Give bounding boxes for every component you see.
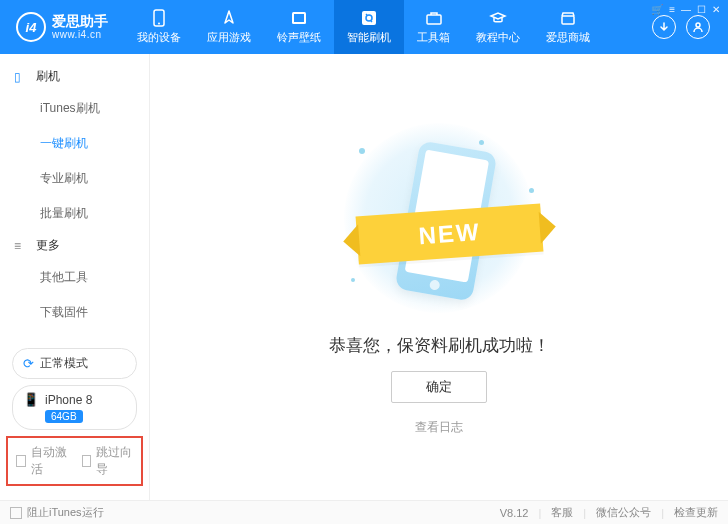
chk-label: 自动激活 [31, 444, 68, 478]
nav-label: 应用游戏 [207, 30, 251, 45]
toolbox-icon [425, 9, 443, 27]
sidebar-section-flash[interactable]: ▯ 刷机 [0, 62, 149, 91]
brand-logo[interactable]: i4 爱思助手 www.i4.cn [6, 12, 118, 42]
svg-rect-6 [562, 16, 574, 24]
close-icon[interactable]: ✕ [712, 4, 720, 15]
checkbox-icon [16, 455, 26, 467]
phone-icon [150, 9, 168, 27]
chk-block-itunes[interactable]: 阻止iTunes运行 [10, 505, 104, 520]
menu-icon[interactable]: ≡ [669, 4, 675, 15]
sidebar-item-itunes-flash[interactable]: iTunes刷机 [0, 91, 149, 126]
chk-label: 跳过向导 [96, 444, 133, 478]
cap-icon [489, 9, 507, 27]
separator: | [583, 507, 586, 519]
nav-label: 铃声壁纸 [277, 30, 321, 45]
chk-label: 阻止iTunes运行 [27, 505, 104, 520]
separator: | [538, 507, 541, 519]
nav-flash[interactable]: 智能刷机 [334, 0, 404, 54]
bottom-options-highlight: 自动激活 跳过向导 [6, 436, 143, 486]
nav-apps[interactable]: 应用游戏 [194, 0, 264, 54]
cart-icon[interactable]: 🛒 [651, 4, 663, 15]
section-title: 更多 [36, 237, 60, 254]
top-nav: 我的设备 应用游戏 铃声壁纸 智能刷机 工具箱 教程中心 爱思商城 [124, 0, 603, 54]
capacity-badge: 64GB [45, 410, 83, 423]
nav-tutorials[interactable]: 教程中心 [463, 0, 533, 54]
sidebar: ▯ 刷机 iTunes刷机 一键刷机 专业刷机 批量刷机 ≡ 更多 其他工具 下… [0, 54, 150, 500]
svg-point-1 [158, 23, 160, 25]
nav-ringtones[interactable]: 铃声壁纸 [264, 0, 334, 54]
sidebar-section-more[interactable]: ≡ 更多 [0, 231, 149, 260]
support-link[interactable]: 客服 [551, 505, 573, 520]
ok-button[interactable]: 确定 [391, 371, 487, 403]
nav-label: 教程中心 [476, 30, 520, 45]
view-log-link[interactable]: 查看日志 [415, 419, 463, 436]
check-update-link[interactable]: 检查更新 [674, 505, 718, 520]
nav-label: 智能刷机 [347, 30, 391, 45]
apps-icon [220, 9, 238, 27]
logo-icon: i4 [16, 12, 46, 42]
flash-icon [360, 9, 378, 27]
wallpaper-icon [290, 9, 308, 27]
device-pill[interactable]: 📱 iPhone 8 64GB [12, 385, 137, 430]
mode-pill[interactable]: ⟳ 正常模式 [12, 348, 137, 379]
sidebar-item-other-tools[interactable]: 其他工具 [0, 260, 149, 295]
success-illustration: NEW [329, 128, 549, 308]
nav-store[interactable]: 爱思商城 [533, 0, 603, 54]
content-area: NEW 恭喜您，保资料刷机成功啦！ 确定 查看日志 [150, 54, 728, 500]
nav-my-device[interactable]: 我的设备 [124, 0, 194, 54]
wechat-link[interactable]: 微信公众号 [596, 505, 651, 520]
mode-label: 正常模式 [40, 355, 88, 372]
separator: | [661, 507, 664, 519]
version-label: V8.12 [500, 507, 529, 519]
brand-name: 爱思助手 [52, 14, 108, 28]
device-name: iPhone 8 [45, 393, 92, 407]
chk-auto-activate[interactable]: 自动激活 [16, 444, 68, 478]
refresh-icon: ⟳ [23, 356, 34, 371]
svg-point-7 [696, 23, 700, 27]
section-title: 刷机 [36, 68, 60, 85]
checkbox-icon [82, 455, 92, 467]
phone-small-icon: 📱 [23, 392, 39, 407]
nav-label: 爱思商城 [546, 30, 590, 45]
status-bar: 阻止iTunes运行 V8.12 | 客服 | 微信公众号 | 检查更新 [0, 500, 728, 524]
store-icon [559, 9, 577, 27]
chk-skip-wizard[interactable]: 跳过向导 [82, 444, 134, 478]
svg-rect-3 [294, 14, 304, 22]
device-icon: ▯ [14, 70, 30, 84]
sidebar-item-download-fw[interactable]: 下载固件 [0, 295, 149, 330]
svg-rect-4 [362, 11, 376, 25]
success-message: 恭喜您，保资料刷机成功啦！ [329, 334, 550, 357]
svg-rect-5 [427, 15, 441, 24]
minimize-icon[interactable]: — [681, 4, 691, 15]
app-header: i4 爱思助手 www.i4.cn 我的设备 应用游戏 铃声壁纸 智能刷机 工具… [0, 0, 728, 54]
sidebar-item-batch-flash[interactable]: 批量刷机 [0, 196, 149, 231]
sidebar-item-oneclick-flash[interactable]: 一键刷机 [0, 126, 149, 161]
nav-toolbox[interactable]: 工具箱 [404, 0, 463, 54]
sidebar-item-pro-flash[interactable]: 专业刷机 [0, 161, 149, 196]
maximize-icon[interactable]: ☐ [697, 4, 706, 15]
nav-label: 工具箱 [417, 30, 450, 45]
nav-label: 我的设备 [137, 30, 181, 45]
brand-url: www.i4.cn [52, 30, 108, 40]
checkbox-icon [10, 507, 22, 519]
list-icon: ≡ [14, 239, 30, 253]
